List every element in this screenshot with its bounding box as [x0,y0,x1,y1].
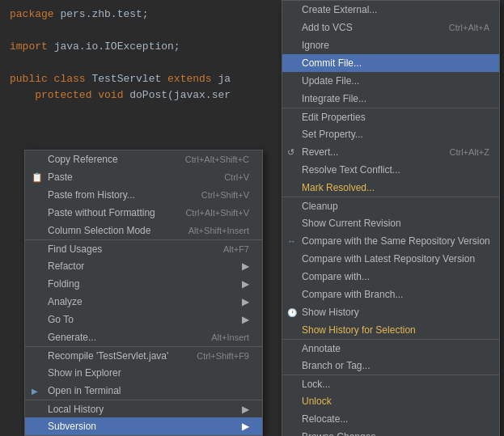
submenu-arrow: ▶ [242,404,249,415]
menu-item-column-selection[interactable]: Column Selection Mode Alt+Shift+Insert [25,222,262,239]
menu-right-show-history-selection[interactable]: Show History for Selection [282,321,499,339]
menu-right-browse-changes[interactable]: Browse Changes... [282,428,499,436]
menu-right-integrate-file[interactable]: Integrate File... [282,90,499,108]
menu-right-compare-same[interactable]: ↔ Compare with the Same Repository Versi… [282,232,499,250]
revert-icon: ↺ [287,147,294,158]
submenu-arrow: ▶ [242,314,249,325]
history-icon: 🕐 [287,308,297,317]
menu-right-mark-resolved[interactable]: Mark Resolved... [282,179,499,197]
menu-item-analyze[interactable]: Analyze ▶ [25,293,262,311]
paste-icon: 📋 [32,172,43,183]
code-line-5: public class TestServlet extends ja [10,71,265,87]
code-line-2 [10,23,265,39]
menu-item-copy-reference[interactable]: Copy Reference Ctrl+Alt+Shift+C [25,150,262,168]
context-menu-left: Copy Reference Ctrl+Alt+Shift+C 📋 Paste … [24,150,263,436]
menu-right-lock[interactable]: Lock... [282,375,499,392]
menu-item-local-history[interactable]: Local History ▶ [25,400,262,417]
compare-icon: ↔ [287,236,296,246]
menu-item-paste-no-format[interactable]: Paste without Formatting Ctrl+Alt+Shift+… [25,204,262,222]
submenu-arrow: ▶ [242,421,249,432]
submenu-arrow: ▶ [242,260,249,272]
menu-item-paste-history[interactable]: Paste from History... Ctrl+Shift+V [25,186,262,204]
menu-right-compare-with[interactable]: Compare with... [282,268,499,286]
code-line-6: protected void doPost(javax.ser [10,87,265,104]
code-line-1: package pers.zhb.test; [10,6,265,23]
code-line-4 [10,55,265,71]
submenu-arrow: ▶ [242,296,249,307]
menu-item-folding[interactable]: Folding ▶ [25,275,262,293]
menu-right-edit-properties[interactable]: Edit Properties [282,108,499,125]
menu-right-compare-latest[interactable]: Compare with Latest Repository Version [282,250,499,268]
menu-right-revert[interactable]: ↺ Revert... Ctrl+Alt+Z [282,143,499,161]
menu-item-open-terminal[interactable]: ▶ Open in Terminal [25,382,262,400]
menu-right-ignore[interactable]: Ignore [282,36,499,54]
submenu-arrow: ▶ [242,278,249,290]
menu-right-unlock[interactable]: Unlock [282,392,499,410]
menu-item-generate[interactable]: Generate... Alt+Insert [25,328,262,346]
menu-right-update-file[interactable]: Update File... [282,72,499,90]
menu-item-show-explorer[interactable]: Show in Explorer [25,364,262,382]
menu-item-refactor[interactable]: Refactor ▶ [25,257,262,275]
menu-right-annotate[interactable]: Annotate [282,339,499,357]
menu-right-commit-file[interactable]: Commit File... [282,54,499,72]
menu-right-show-current-revision[interactable]: Show Current Revision [282,214,499,232]
terminal-icon: ▶ [32,387,38,396]
menu-right-relocate[interactable]: Relocate... [282,410,499,428]
menu-item-paste[interactable]: 📋 Paste Ctrl+V [25,168,262,186]
menu-right-cleanup[interactable]: Cleanup [282,197,499,214]
menu-right-resolve-conflict[interactable]: Resolve Text Conflict... [282,161,499,179]
menu-item-find-usages[interactable]: Find Usages Alt+F7 [25,239,262,257]
menu-right-add-vcs[interactable]: Add to VCS Ctrl+Alt+A [282,19,499,36]
menu-item-goto[interactable]: Go To ▶ [25,311,262,328]
menu-right-show-history[interactable]: 🕐 Show History [282,303,499,321]
menu-item-recompile[interactable]: Recompile 'TestServlet.java' Ctrl+Shift+… [25,346,262,364]
menu-right-set-property[interactable]: Set Property... [282,125,499,143]
context-menu-right: Create External... Add to VCS Ctrl+Alt+A… [282,0,500,436]
code-line-3: import java.io.IOException; [10,39,265,55]
menu-right-compare-branch[interactable]: Compare with Branch... [282,286,499,303]
menu-right-create-external[interactable]: Create External... [282,1,499,19]
menu-item-subversion[interactable]: Subversion ▶ [25,417,262,435]
menu-right-branch-tag[interactable]: Branch or Tag... [282,357,499,375]
